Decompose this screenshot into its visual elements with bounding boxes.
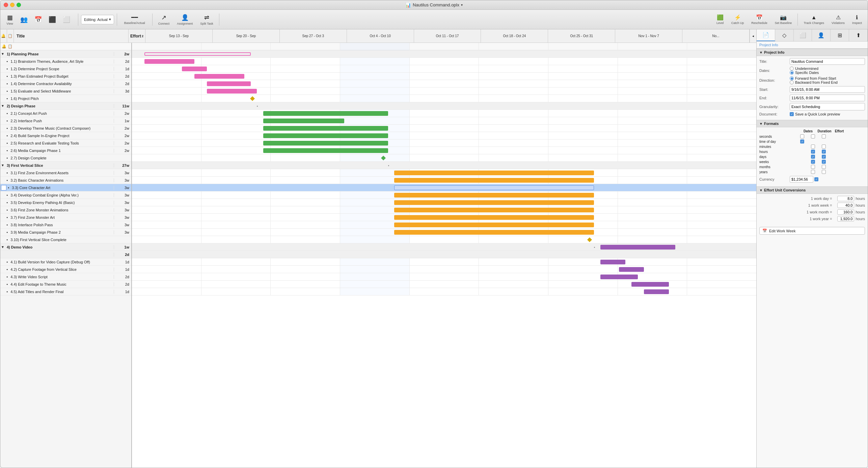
task-row-1-2[interactable]: ● 1.2) Determine Project Scope 1d xyxy=(0,65,131,73)
work-week-input[interactable] xyxy=(837,203,854,208)
task-row-1-5[interactable]: ● 1.5) Evaluate and Select Middleware 3d xyxy=(0,87,131,95)
violations-button[interactable]: ⚠ Violations xyxy=(829,13,848,26)
task-row-2-2[interactable]: ● 2.2) Interface Push 1w xyxy=(0,117,131,125)
years-duration-checkbox[interactable] xyxy=(811,170,815,174)
task-row-1-6[interactable]: ● 1.6) Project Pitch xyxy=(0,95,131,102)
direction-backward-radio[interactable] xyxy=(790,80,794,84)
currency-checkbox[interactable] xyxy=(814,177,818,181)
inspect-button[interactable]: ℹ Inspect xyxy=(849,13,865,26)
months-effort-checkbox[interactable] xyxy=(822,165,826,169)
seconds-effort-checkbox[interactable] xyxy=(822,134,826,138)
project-start-input[interactable] xyxy=(790,86,865,93)
track-changes-button[interactable]: ▲ Track Changes xyxy=(801,13,827,26)
task-row-3[interactable]: ▼ 3) First Vertical Slice 27w xyxy=(0,162,131,169)
reschedule-button[interactable]: 📅 Reschedule xyxy=(748,13,770,26)
collapse-3[interactable]: ▼ xyxy=(1,163,4,167)
scroll-right-btn[interactable]: ◂ xyxy=(750,29,756,43)
direction-backward-item[interactable]: Backward from Fixed End xyxy=(790,80,838,84)
task-row-1[interactable]: ▼ 1) Planning Phase 2w xyxy=(0,50,131,58)
network-view-button[interactable]: ⬛ xyxy=(46,15,59,25)
task-row-2-7[interactable]: ● 2.7) Design Complete xyxy=(0,154,131,162)
dates-undetermined-radio[interactable] xyxy=(790,67,794,71)
task-row-3-4[interactable]: ● 3.4) Develop Combat Engine (Alpha Ver.… xyxy=(0,191,131,199)
minimize-button[interactable] xyxy=(10,3,15,7)
task-row-3-1[interactable]: ● 3.1) First Zone Environment Assets 3w xyxy=(0,169,131,177)
connect-button[interactable]: ↗ Connect xyxy=(155,12,173,27)
task-row-2-5[interactable]: ● 2.5) Research and Evaluate Testing Too… xyxy=(0,139,131,147)
project-title-input[interactable] xyxy=(790,58,865,65)
work-year-input[interactable] xyxy=(837,216,854,222)
weeks-duration-checkbox[interactable] xyxy=(811,160,815,164)
task-row-4-4[interactable]: ● 4.4) Edit Footage to Theme Music 2d xyxy=(0,281,131,288)
time-dates-checkbox[interactable] xyxy=(800,139,804,144)
task-toolbar-icon2[interactable]: 📋 xyxy=(8,44,12,49)
work-day-input[interactable] xyxy=(837,196,854,201)
task-row-2[interactable]: ▼ 2) Design Phase 11w xyxy=(0,102,131,110)
task-row-3-9[interactable]: ● 3.9) Media Campaign Phase 2 3w xyxy=(0,229,131,236)
task-row-4-1[interactable]: ● 4.1) Build Version for Video Capture (… xyxy=(0,258,131,266)
panel-tab-project[interactable]: 📄 xyxy=(757,29,775,41)
task-row-2-4[interactable]: ● 2.4) Build Sample In-Engine Project 2w xyxy=(0,132,131,139)
weeks-effort-checkbox[interactable] xyxy=(822,160,826,164)
task-row-2-1[interactable]: ● 2.1) Concept Art Push 2w xyxy=(0,110,131,117)
task-row-4[interactable]: ▼ 4) Demo Video 1w xyxy=(0,243,131,251)
baseline-button[interactable]: ━━ Baseline/Actual xyxy=(120,13,150,26)
row-icon-1[interactable]: 🔔 xyxy=(1,34,6,38)
row-icon-2[interactable]: 📋 xyxy=(8,34,12,38)
task-row-3-7[interactable]: ● 3.7) First Zone Monster Art 3w xyxy=(0,214,131,221)
minutes-effort-checkbox[interactable] xyxy=(822,145,826,149)
minutes-duration-checkbox[interactable] xyxy=(811,145,815,149)
edit-work-week-button[interactable]: 📅 Edit Work Week xyxy=(759,227,865,235)
hours-duration-checkbox[interactable] xyxy=(811,150,815,154)
seconds-dates-checkbox[interactable] xyxy=(800,134,804,138)
task-row-2-3[interactable]: ● 2.3) Develop Theme Music (Contract Com… xyxy=(0,125,131,132)
panel-tab-person[interactable]: 👤 xyxy=(812,29,831,41)
document-checkbox[interactable] xyxy=(790,112,794,116)
maximize-button[interactable] xyxy=(17,3,21,7)
task-row-1-4[interactable]: ● 1.4) Determine Contractor Availability… xyxy=(0,80,131,87)
panel-tab-style[interactable]: ⬜ xyxy=(794,29,812,41)
task-row-3-2[interactable]: ● 3.2) Basic Character Animations 3w xyxy=(0,177,131,184)
days-duration-checkbox[interactable] xyxy=(811,155,815,159)
gantt-view-button[interactable]: ▦ View xyxy=(3,12,17,27)
task-row-3-6[interactable]: ● 3.6) First Zone Monster Animations 3w xyxy=(0,206,131,214)
currency-input[interactable] xyxy=(790,176,813,183)
task-row-4-2[interactable]: ● 4.2) Capture Footage from Vertical Sli… xyxy=(0,266,131,273)
years-effort-checkbox[interactable] xyxy=(822,170,826,174)
catch-up-button[interactable]: ⚡ Catch Up xyxy=(728,13,747,26)
collapse-2[interactable]: ▼ xyxy=(1,104,4,108)
collapse-1[interactable]: ▼ xyxy=(1,52,4,56)
task-row-1-1[interactable]: ● 1.1) Brainstorm Themes, Audience, Art … xyxy=(0,58,131,65)
task-row-4-0[interactable]: 2d xyxy=(0,251,131,258)
months-duration-checkbox[interactable] xyxy=(811,165,815,169)
project-info-toggle[interactable]: ▼ xyxy=(759,51,763,54)
task-row-1-3[interactable]: ● 1.3) Plan Estimated Project Budget 2d xyxy=(0,73,131,80)
task-row-3-8[interactable]: ● 3.8) Interface Polish Pass 3w xyxy=(0,221,131,229)
dashboard-view-button[interactable]: ⬜ xyxy=(60,15,73,25)
dates-undetermined-item[interactable]: Undetermined xyxy=(790,67,819,71)
editing-dropdown[interactable]: Editing: Actual ▾ xyxy=(81,15,114,24)
direction-forward-item[interactable]: Forward from Fixed Start xyxy=(790,76,838,80)
seconds-duration-checkbox[interactable] xyxy=(811,134,815,138)
formats-toggle[interactable]: ▼ xyxy=(759,122,763,126)
task-row-4-5[interactable]: ● 4.5) Add Titles and Render Final 1d xyxy=(0,288,131,295)
direction-forward-radio[interactable] xyxy=(790,76,794,80)
task-toolbar-icon1[interactable]: 🔔 xyxy=(2,44,6,49)
assignment-button[interactable]: 👤 Assignment xyxy=(174,12,196,27)
collapse-4[interactable]: ▼ xyxy=(1,245,4,249)
panel-tab-shape[interactable]: ◇ xyxy=(775,29,794,41)
document-checkbox-item[interactable]: Save a Quick Look preview xyxy=(790,112,840,116)
task-row-3-10[interactable]: ● 3.10) First Vertical Slice Complete xyxy=(0,236,131,243)
task-row-3-3[interactable]: ● 3.3) Core Character Art 3w xyxy=(0,184,131,191)
work-month-input[interactable] xyxy=(837,209,854,215)
effort-conversions-toggle[interactable]: ▼ xyxy=(759,188,763,192)
dates-specific-item[interactable]: Specific Dates xyxy=(790,71,819,75)
calendar-view-button[interactable]: 📅 xyxy=(31,15,45,25)
timeline-scroll[interactable] xyxy=(132,43,756,468)
set-baseline-button[interactable]: 📷 Set Baseline xyxy=(772,13,795,26)
resources-view-button[interactable]: 👥 xyxy=(17,15,31,25)
task-row-2-6[interactable]: ● 2.6) Media Campaign Phase 1 2w xyxy=(0,147,131,154)
close-button[interactable] xyxy=(4,3,8,7)
level-button[interactable]: 🟩 Level xyxy=(713,13,727,26)
granularity-select[interactable]: Exact Scheduling xyxy=(790,103,865,110)
